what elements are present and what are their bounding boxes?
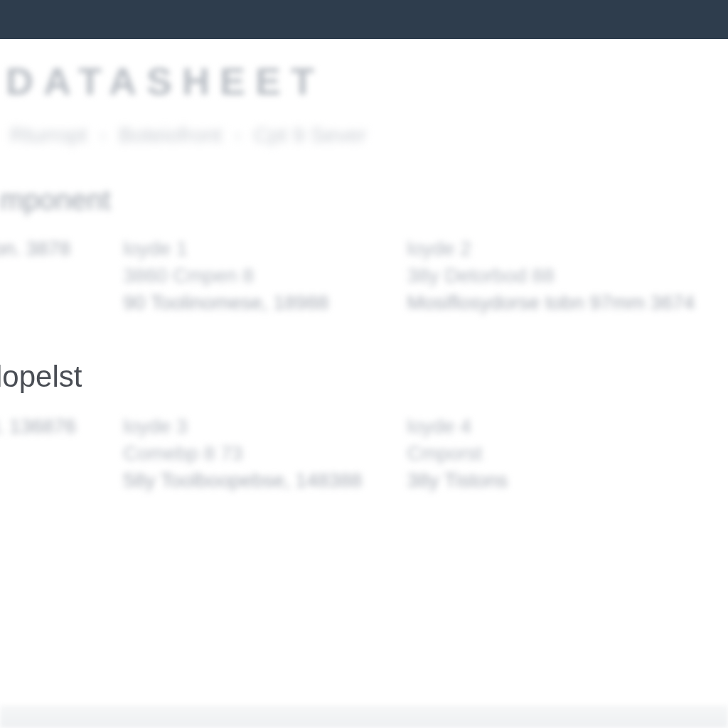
cell-value: Comebp 8 73: [123, 442, 381, 465]
cell-value: Mosiflosydorse tobn 97mm 3674: [407, 291, 728, 314]
data-cell: loyde 4 Cmporst 38y Tistons: [407, 415, 728, 492]
cell-label: loyde 3: [123, 415, 381, 438]
cell-value: 3860 Cmpen 8: [123, 264, 381, 287]
breadcrumb-item[interactable]: Boteiofront: [119, 123, 222, 147]
data-row: t. 136876 loyde 3 Comebp 8 73 58y Toolbo…: [0, 407, 728, 508]
cell-value: Cmporst: [407, 442, 728, 465]
breadcrumb-item[interactable]: Rturropt: [10, 123, 87, 147]
data-cell: loyde 2 38y Detorbod 88 Mosiflosydorse t…: [407, 237, 728, 314]
breadcrumb: Rturropt › Boteiofront › Cpt 9 Sever: [0, 116, 728, 167]
chevron-right-icon: ›: [100, 124, 106, 146]
cell-value: on. 3878: [0, 237, 97, 260]
section-heading: mponent: [0, 167, 728, 229]
chevron-right-icon: ›: [235, 124, 241, 146]
footer-band: [0, 705, 728, 728]
top-bar: [0, 0, 728, 39]
page-title: DATASHEET: [0, 39, 728, 116]
data-cell: on. 3878: [0, 237, 97, 314]
breadcrumb-item[interactable]: Cpt 9 Sever: [254, 123, 366, 147]
page-content: DATASHEET Rturropt › Boteiofront › Cpt 9…: [0, 39, 728, 508]
data-row: on. 3878 loyde 1 3860 Cmpen 8 90 Toolino…: [0, 229, 728, 330]
data-cell: loyde 1 3860 Cmpen 8 90 Toolinomese, 189…: [123, 237, 381, 314]
cell-label: loyde 1: [123, 237, 381, 260]
cell-label: loyde 4: [407, 415, 728, 438]
cell-label: loyde 2: [407, 237, 728, 260]
cell-value: 38y Tistons: [407, 469, 728, 492]
cell-value: 90 Toolinomese, 18988: [123, 291, 381, 314]
data-cell: t. 136876: [0, 415, 97, 492]
data-cell: loyde 3 Comebp 8 73 58y Toolboopebse, 14…: [123, 415, 381, 492]
section-heading: lopelst: [0, 330, 728, 407]
cell-value: 38y Detorbod 88: [407, 264, 728, 287]
cell-value: 58y Toolboopebse, 148388: [123, 469, 381, 492]
cell-value: t. 136876: [0, 415, 97, 438]
